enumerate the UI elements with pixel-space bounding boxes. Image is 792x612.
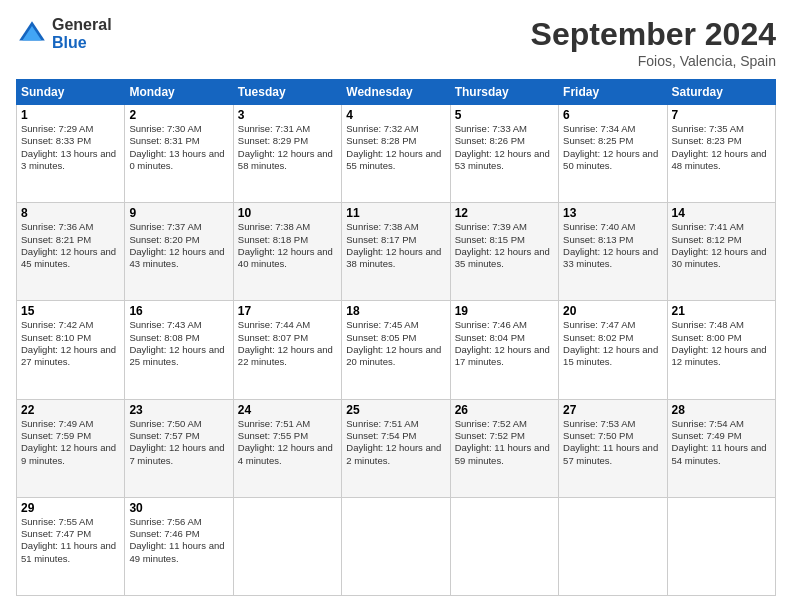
- day-number: 19: [455, 304, 554, 318]
- day-info: Sunrise: 7:30 AM Sunset: 8:31 PM Dayligh…: [129, 123, 228, 172]
- day-number: 9: [129, 206, 228, 220]
- day-number: 4: [346, 108, 445, 122]
- day-number: 12: [455, 206, 554, 220]
- table-cell: 6Sunrise: 7:34 AM Sunset: 8:25 PM Daylig…: [559, 105, 667, 203]
- month-title: September 2024: [531, 16, 776, 53]
- day-info: Sunrise: 7:39 AM Sunset: 8:15 PM Dayligh…: [455, 221, 554, 270]
- logo-general-text: General: [52, 16, 112, 34]
- day-info: Sunrise: 7:52 AM Sunset: 7:52 PM Dayligh…: [455, 418, 554, 467]
- table-cell: 25Sunrise: 7:51 AM Sunset: 7:54 PM Dayli…: [342, 399, 450, 497]
- table-cell: 24Sunrise: 7:51 AM Sunset: 7:55 PM Dayli…: [233, 399, 341, 497]
- day-info: Sunrise: 7:41 AM Sunset: 8:12 PM Dayligh…: [672, 221, 771, 270]
- day-info: Sunrise: 7:34 AM Sunset: 8:25 PM Dayligh…: [563, 123, 662, 172]
- col-monday: Monday: [125, 80, 233, 105]
- calendar-table: Sunday Monday Tuesday Wednesday Thursday…: [16, 79, 776, 596]
- day-info: Sunrise: 7:53 AM Sunset: 7:50 PM Dayligh…: [563, 418, 662, 467]
- table-cell: 16Sunrise: 7:43 AM Sunset: 8:08 PM Dayli…: [125, 301, 233, 399]
- day-number: 10: [238, 206, 337, 220]
- header: General Blue September 2024 Foios, Valen…: [16, 16, 776, 69]
- table-cell: [559, 497, 667, 595]
- day-number: 15: [21, 304, 120, 318]
- table-cell: [342, 497, 450, 595]
- day-info: Sunrise: 7:45 AM Sunset: 8:05 PM Dayligh…: [346, 319, 445, 368]
- day-number: 2: [129, 108, 228, 122]
- table-cell: 23Sunrise: 7:50 AM Sunset: 7:57 PM Dayli…: [125, 399, 233, 497]
- table-cell: [667, 497, 775, 595]
- col-sunday: Sunday: [17, 80, 125, 105]
- page: General Blue September 2024 Foios, Valen…: [0, 0, 792, 612]
- table-cell: 11Sunrise: 7:38 AM Sunset: 8:17 PM Dayli…: [342, 203, 450, 301]
- table-cell: 20Sunrise: 7:47 AM Sunset: 8:02 PM Dayli…: [559, 301, 667, 399]
- day-info: Sunrise: 7:37 AM Sunset: 8:20 PM Dayligh…: [129, 221, 228, 270]
- table-cell: 2Sunrise: 7:30 AM Sunset: 8:31 PM Daylig…: [125, 105, 233, 203]
- col-tuesday: Tuesday: [233, 80, 341, 105]
- table-cell: 19Sunrise: 7:46 AM Sunset: 8:04 PM Dayli…: [450, 301, 558, 399]
- table-cell: 21Sunrise: 7:48 AM Sunset: 8:00 PM Dayli…: [667, 301, 775, 399]
- day-number: 13: [563, 206, 662, 220]
- table-cell: 17Sunrise: 7:44 AM Sunset: 8:07 PM Dayli…: [233, 301, 341, 399]
- day-number: 26: [455, 403, 554, 417]
- day-info: Sunrise: 7:54 AM Sunset: 7:49 PM Dayligh…: [672, 418, 771, 467]
- day-number: 11: [346, 206, 445, 220]
- day-info: Sunrise: 7:50 AM Sunset: 7:57 PM Dayligh…: [129, 418, 228, 467]
- day-info: Sunrise: 7:51 AM Sunset: 7:54 PM Dayligh…: [346, 418, 445, 467]
- table-cell: 8Sunrise: 7:36 AM Sunset: 8:21 PM Daylig…: [17, 203, 125, 301]
- day-info: Sunrise: 7:42 AM Sunset: 8:10 PM Dayligh…: [21, 319, 120, 368]
- table-cell: [450, 497, 558, 595]
- location: Foios, Valencia, Spain: [531, 53, 776, 69]
- day-number: 25: [346, 403, 445, 417]
- table-cell: 3Sunrise: 7:31 AM Sunset: 8:29 PM Daylig…: [233, 105, 341, 203]
- day-info: Sunrise: 7:44 AM Sunset: 8:07 PM Dayligh…: [238, 319, 337, 368]
- table-cell: 27Sunrise: 7:53 AM Sunset: 7:50 PM Dayli…: [559, 399, 667, 497]
- day-number: 24: [238, 403, 337, 417]
- day-info: Sunrise: 7:31 AM Sunset: 8:29 PM Dayligh…: [238, 123, 337, 172]
- table-cell: [233, 497, 341, 595]
- logo-text: General Blue: [52, 16, 112, 51]
- table-cell: 22Sunrise: 7:49 AM Sunset: 7:59 PM Dayli…: [17, 399, 125, 497]
- logo-icon: [16, 18, 48, 50]
- table-cell: 26Sunrise: 7:52 AM Sunset: 7:52 PM Dayli…: [450, 399, 558, 497]
- day-number: 30: [129, 501, 228, 515]
- day-number: 28: [672, 403, 771, 417]
- table-cell: 13Sunrise: 7:40 AM Sunset: 8:13 PM Dayli…: [559, 203, 667, 301]
- day-info: Sunrise: 7:29 AM Sunset: 8:33 PM Dayligh…: [21, 123, 120, 172]
- day-number: 20: [563, 304, 662, 318]
- day-info: Sunrise: 7:46 AM Sunset: 8:04 PM Dayligh…: [455, 319, 554, 368]
- day-number: 16: [129, 304, 228, 318]
- day-number: 21: [672, 304, 771, 318]
- day-info: Sunrise: 7:36 AM Sunset: 8:21 PM Dayligh…: [21, 221, 120, 270]
- day-number: 6: [563, 108, 662, 122]
- table-cell: 7Sunrise: 7:35 AM Sunset: 8:23 PM Daylig…: [667, 105, 775, 203]
- day-number: 3: [238, 108, 337, 122]
- day-number: 29: [21, 501, 120, 515]
- table-cell: 15Sunrise: 7:42 AM Sunset: 8:10 PM Dayli…: [17, 301, 125, 399]
- day-number: 5: [455, 108, 554, 122]
- logo-blue-text: Blue: [52, 34, 112, 52]
- table-cell: 28Sunrise: 7:54 AM Sunset: 7:49 PM Dayli…: [667, 399, 775, 497]
- day-number: 27: [563, 403, 662, 417]
- table-cell: 1Sunrise: 7:29 AM Sunset: 8:33 PM Daylig…: [17, 105, 125, 203]
- day-number: 23: [129, 403, 228, 417]
- col-friday: Friday: [559, 80, 667, 105]
- day-info: Sunrise: 7:38 AM Sunset: 8:17 PM Dayligh…: [346, 221, 445, 270]
- table-cell: 29Sunrise: 7:55 AM Sunset: 7:47 PM Dayli…: [17, 497, 125, 595]
- day-number: 22: [21, 403, 120, 417]
- col-wednesday: Wednesday: [342, 80, 450, 105]
- calendar-row: 1Sunrise: 7:29 AM Sunset: 8:33 PM Daylig…: [17, 105, 776, 203]
- logo: General Blue: [16, 16, 112, 51]
- calendar-row: 8Sunrise: 7:36 AM Sunset: 8:21 PM Daylig…: [17, 203, 776, 301]
- day-info: Sunrise: 7:33 AM Sunset: 8:26 PM Dayligh…: [455, 123, 554, 172]
- table-cell: 18Sunrise: 7:45 AM Sunset: 8:05 PM Dayli…: [342, 301, 450, 399]
- calendar-row: 29Sunrise: 7:55 AM Sunset: 7:47 PM Dayli…: [17, 497, 776, 595]
- calendar-row: 22Sunrise: 7:49 AM Sunset: 7:59 PM Dayli…: [17, 399, 776, 497]
- calendar-row: 15Sunrise: 7:42 AM Sunset: 8:10 PM Dayli…: [17, 301, 776, 399]
- day-number: 18: [346, 304, 445, 318]
- table-cell: 4Sunrise: 7:32 AM Sunset: 8:28 PM Daylig…: [342, 105, 450, 203]
- day-info: Sunrise: 7:38 AM Sunset: 8:18 PM Dayligh…: [238, 221, 337, 270]
- day-info: Sunrise: 7:55 AM Sunset: 7:47 PM Dayligh…: [21, 516, 120, 565]
- day-info: Sunrise: 7:32 AM Sunset: 8:28 PM Dayligh…: [346, 123, 445, 172]
- day-number: 8: [21, 206, 120, 220]
- col-thursday: Thursday: [450, 80, 558, 105]
- table-cell: 14Sunrise: 7:41 AM Sunset: 8:12 PM Dayli…: [667, 203, 775, 301]
- day-number: 14: [672, 206, 771, 220]
